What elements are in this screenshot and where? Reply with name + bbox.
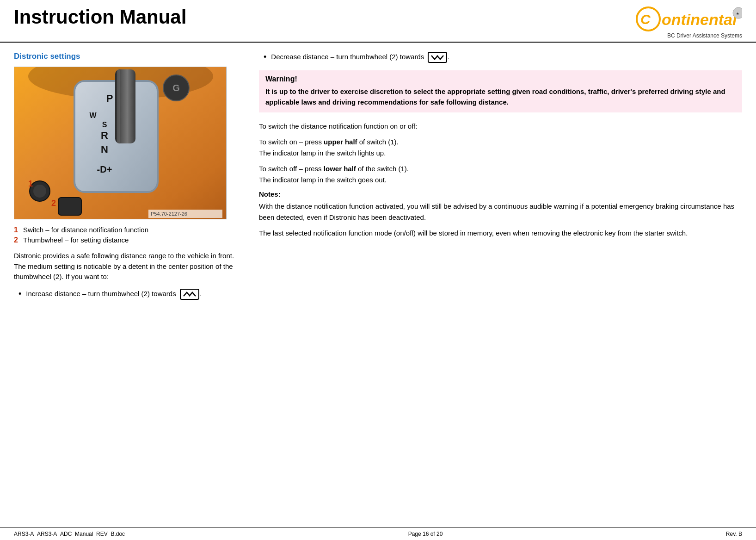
bullet-dot-2: • [264, 52, 266, 63]
bullet-decrease: • Decrease distance – turn thumbwheel (2… [264, 52, 742, 63]
svg-text:1: 1 [28, 179, 33, 188]
svg-text:N: N [101, 143, 108, 155]
legend-item-1: 1 Switch – for distance notification fun… [14, 226, 240, 234]
arrow-up-icon [180, 289, 199, 300]
bullet-dot-1: • [18, 289, 21, 300]
page-title: Instruction Manual [14, 6, 186, 28]
svg-rect-26 [428, 52, 447, 62]
legend-item-2: 2 Thumbwheel – for setting distance [14, 236, 240, 244]
warning-box: Warning! It is up to the driver to exerc… [259, 70, 742, 112]
logo-svg: C ontinental ★ [636, 6, 742, 31]
bullet-increase: • Increase distance – turn thumbwheel (2… [18, 289, 240, 300]
switch-off-text: To switch off – press lower half of the … [259, 163, 742, 186]
svg-text:C: C [640, 12, 651, 27]
description-text: Distronic provides a safe following dist… [14, 251, 240, 282]
svg-text:G: G [172, 83, 180, 93]
notes-text-1: With the distance notification function … [259, 201, 742, 223]
svg-text:R: R [101, 130, 108, 141]
switch-section-intro: To switch the distance notification func… [259, 121, 742, 132]
footer-doc: ARS3-A_ARS3-A_ADC_Manual_REV_B.doc [14, 531, 125, 537]
svg-text:W: W [89, 112, 97, 119]
arrow-down-icon [428, 52, 447, 63]
footer-rev: Rev. B [726, 531, 742, 537]
header-subtitle: BC Driver Assistance Systems [667, 32, 742, 39]
svg-text:S: S [102, 121, 107, 129]
warning-title: Warning! [265, 75, 736, 83]
bullet-text-2: Decrease distance – turn thumbwheel (2) … [271, 52, 449, 63]
warning-text: It is up to the driver to exercise discr… [265, 86, 736, 108]
legend-text-1: Switch – for distance notification funct… [23, 226, 148, 234]
svg-rect-21 [58, 198, 81, 215]
svg-text:-D+: -D+ [97, 164, 112, 174]
legend-num-2: 2 [14, 236, 20, 244]
gear-shift-image: P W S R N -D+ G 1 [14, 67, 227, 219]
svg-text:P54.70-2127-26: P54.70-2127-26 [151, 211, 187, 217]
legend-text-2: Thumbwheel – for setting distance [23, 236, 129, 244]
svg-point-19 [33, 185, 46, 198]
right-column: • Decrease distance – turn thumbwheel (2… [259, 52, 742, 523]
page-footer: ARS3-A_ARS3-A_ADC_Manual_REV_B.doc Page … [0, 528, 756, 540]
legend-num-1: 1 [14, 226, 20, 234]
switch-on-text: To switch on – press upper half of switc… [259, 137, 742, 159]
left-column: Distronic settings [14, 52, 240, 523]
svg-rect-15 [117, 69, 120, 143]
svg-text:2: 2 [51, 199, 56, 208]
notes-label: Notes: [259, 190, 742, 198]
gear-image-svg: P W S R N -D+ G 1 [14, 67, 227, 219]
footer-page: Page 16 of 20 [408, 531, 443, 537]
svg-rect-25 [180, 289, 199, 299]
legend: 1 Switch – for distance notification fun… [14, 226, 240, 244]
main-content: Distronic settings [0, 43, 756, 528]
notes-text-2: The last selected notification function … [259, 228, 742, 239]
continental-logo: C ontinental ★ [636, 6, 742, 31]
svg-text:ontinental: ontinental [662, 11, 738, 28]
section-title: Distronic settings [14, 52, 240, 61]
header-branding: C ontinental ★ BC Driver Assistance Syst… [636, 6, 742, 39]
svg-text:★: ★ [736, 12, 739, 15]
bullet-text-1: Increase distance – turn thumbwheel (2) … [26, 289, 201, 300]
svg-text:P: P [106, 93, 113, 104]
page-header: Instruction Manual C ontinental ★ BC Dri… [0, 0, 756, 43]
